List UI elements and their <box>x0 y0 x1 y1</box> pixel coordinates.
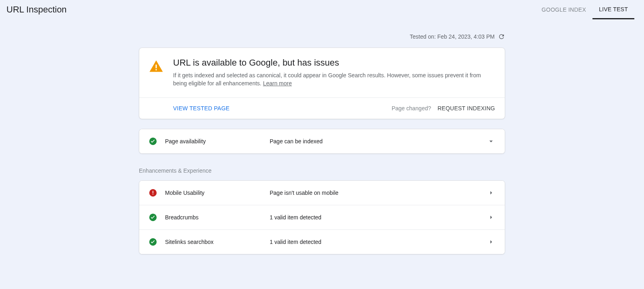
row-sitelinks-searchbox[interactable]: Sitelinks searchbox 1 valid item detecte… <box>139 229 505 254</box>
tested-on-row: Tested on: Feb 24, 2023, 4:03 PM <box>139 33 505 40</box>
tested-on-label: Tested on: Feb 24, 2023, 4:03 PM <box>410 33 495 40</box>
row-breadcrumbs[interactable]: Breadcrumbs 1 valid item detected <box>139 205 505 229</box>
view-tested-page-button[interactable]: VIEW TESTED PAGE <box>173 105 229 111</box>
learn-more-link[interactable]: Learn more <box>263 80 292 87</box>
row-value: 1 valid item detected <box>270 239 487 245</box>
tab-google-index[interactable]: GOOGLE INDEX <box>535 0 592 19</box>
row-value: 1 valid item detected <box>270 214 487 221</box>
tabs: GOOGLE INDEX LIVE TEST <box>535 0 644 19</box>
row-label: Mobile Usability <box>165 190 270 196</box>
chevron-right-icon <box>487 213 495 221</box>
status-description: If it gets indexed and selected as canon… <box>173 71 495 88</box>
enhancements-section-title: Enhancements & Experience <box>139 167 505 174</box>
svg-rect-4 <box>153 191 153 194</box>
row-value: Page isn't usable on mobile <box>270 190 487 196</box>
chevron-down-icon <box>487 137 495 145</box>
row-label: Sitelinks searchbox <box>165 239 270 245</box>
check-circle-icon <box>149 238 157 246</box>
tab-live-test[interactable]: LIVE TEST <box>592 0 634 19</box>
svg-rect-0 <box>156 65 157 68</box>
row-mobile-usability[interactable]: Mobile Usability Page isn't usable on mo… <box>139 181 505 205</box>
main: Tested on: Feb 24, 2023, 4:03 PM URL is … <box>0 19 644 254</box>
enhancements-card: Mobile Usability Page isn't usable on mo… <box>139 180 505 254</box>
header: URL Inspection GOOGLE INDEX LIVE TEST <box>0 0 644 19</box>
page-changed-label: Page changed? <box>392 105 431 111</box>
refresh-icon[interactable] <box>498 33 505 40</box>
svg-rect-1 <box>156 69 157 70</box>
chevron-right-icon <box>487 238 495 246</box>
svg-rect-5 <box>153 194 153 195</box>
status-title: URL is available to Google, but has issu… <box>173 58 495 68</box>
page-title: URL Inspection <box>0 4 67 15</box>
availability-value: Page can be indexed <box>270 138 487 144</box>
check-circle-icon <box>149 213 157 221</box>
row-label: Breadcrumbs <box>165 214 270 221</box>
check-circle-icon <box>149 137 157 145</box>
error-circle-icon <box>149 189 157 197</box>
status-card: URL is available to Google, but has issu… <box>139 47 505 119</box>
availability-label: Page availability <box>165 138 270 144</box>
chevron-right-icon <box>487 189 495 197</box>
warning-icon <box>149 59 163 74</box>
request-indexing-button[interactable]: REQUEST INDEXING <box>438 105 495 111</box>
page-availability-card[interactable]: Page availability Page can be indexed <box>139 129 505 154</box>
